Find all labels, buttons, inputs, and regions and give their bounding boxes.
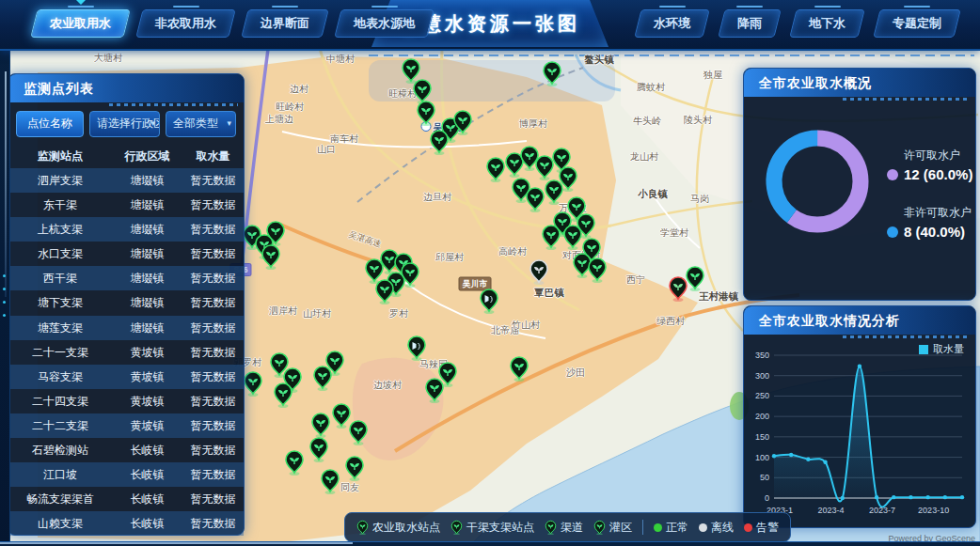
withdrawal-cell: 暂无数据 [182, 438, 244, 462]
legend-point-type[interactable]: 渠道 [545, 520, 583, 536]
status-dot [654, 523, 662, 532]
table-row[interactable]: 二十一支渠黄坡镇暂无数据 [8, 340, 244, 365]
withdrawal-cell: 暂无数据 [182, 389, 244, 413]
station-name-cell: 二十一支渠 [8, 340, 112, 365]
legend-point-type[interactable]: 农业取水站点 [356, 520, 440, 536]
point-name-button[interactable]: 点位名称 [16, 111, 84, 137]
map-place-label: 邱屋村 [435, 251, 464, 264]
tab-专题定制[interactable]: 专题定制 [877, 9, 957, 38]
svg-text:350: 350 [755, 351, 769, 360]
overview-panel-title: 全市农业取水概况 [744, 69, 975, 97]
region-select[interactable]: 请选择行政区域 ▾ [89, 111, 160, 137]
legend-dot [887, 169, 898, 180]
tab-非农取用水[interactable]: 非农取用水 [139, 9, 232, 38]
district-cell: 塘㙍镇 [112, 217, 182, 242]
legend-status: 离线 [699, 520, 734, 536]
map-pin-icon [356, 520, 369, 535]
map-place-label: 泗岸村 [269, 304, 297, 318]
tab-label: 地表水源地 [354, 16, 415, 30]
left-frame-decoration [0, 49, 10, 546]
chevron-down-icon: ▾ [150, 112, 155, 134]
line-chart: 0501001502002503003502023-12023-42023-72… [748, 338, 972, 523]
map-place-label: 竹山村 [512, 319, 540, 332]
map-place-label: 腾蚊村 [637, 81, 665, 94]
tab-水环境[interactable]: 水环境 [638, 9, 706, 38]
map-legend: 农业取水站点干渠支渠站点渠道灌区正常离线告警 [344, 512, 791, 542]
svg-text:2023-4: 2023-4 [818, 506, 845, 515]
station-name-cell: 二十四支渠 [8, 389, 112, 413]
station-name-cell: 塘下支渠 [8, 290, 112, 315]
legend-divider [642, 520, 643, 535]
district-cell: 塘㙍镇 [112, 316, 182, 340]
table-row[interactable]: 二十四支渠黄坡镇暂无数据 [8, 389, 244, 413]
tab-地表水源地[interactable]: 地表水源地 [338, 9, 431, 38]
map-place-label: 边坡村 [373, 379, 402, 392]
station-name-cell: 二十二支渠 [8, 413, 112, 438]
map-place-label: 上塘边 [265, 113, 293, 126]
svg-text:250: 250 [755, 391, 769, 400]
district-cell: 黄坡镇 [112, 340, 182, 365]
withdrawal-overview-panel: 全市农业取水概况 许可取水户12 (60.0%)非许可取水户8 (40.0%) [743, 68, 976, 301]
table-row[interactable]: 马容支渠黄坡镇暂无数据 [8, 365, 244, 389]
tab-label: 降雨 [737, 16, 762, 30]
table-row[interactable]: 塘莲支渠塘㙍镇暂无数据 [8, 316, 244, 340]
withdrawal-cell: 暂无数据 [182, 217, 244, 242]
map-place-label: 独屋 [703, 69, 722, 82]
analysis-panel-title: 全市农业取水情况分析 [744, 306, 975, 335]
table-row[interactable]: 石碧检测站长岐镇暂无数据 [8, 438, 244, 462]
map-place-label: 龙山村 [630, 150, 658, 164]
table-row[interactable]: 二十二支渠黄坡镇暂无数据 [8, 413, 244, 438]
table-row[interactable]: 塘下支渠塘㙍镇暂无数据 [8, 290, 244, 315]
map-place-label: 同友 [340, 481, 359, 494]
table-row[interactable]: 上杭支渠塘㙍镇暂无数据 [8, 217, 244, 242]
district-cell: 塘㙍镇 [112, 290, 182, 315]
donut-legend-value: 12 (60.0%) [904, 166, 972, 182]
legend-point-type[interactable]: 干渠支渠站点 [450, 520, 534, 536]
withdrawal-cell: 暂无数据 [182, 511, 244, 536]
donut-chart [753, 117, 881, 245]
map-pin-icon [545, 520, 557, 535]
map-place-label: 牛头岭 [633, 115, 661, 128]
active-tab-pointer-icon [76, 0, 86, 9]
legend-status-label: 离线 [711, 520, 734, 536]
map-marker-station [594, 521, 605, 535]
legend-dot [887, 226, 898, 238]
svg-text:200: 200 [755, 412, 769, 421]
legend-point-type[interactable]: 灌区 [593, 520, 632, 536]
district-cell: 黄坡镇 [112, 389, 182, 413]
district-cell: 塘㙍镇 [112, 266, 182, 290]
svg-text:50: 50 [760, 473, 769, 482]
legend-status: 告警 [744, 520, 779, 536]
legend-point-type-label: 渠道 [561, 520, 583, 536]
district-cell: 长岐镇 [112, 462, 182, 487]
tab-边界断面[interactable]: 边界断面 [245, 9, 325, 38]
legend-point-type-label: 农业取水站点 [372, 520, 440, 536]
map-pin-icon [450, 520, 463, 535]
table-row[interactable]: 西干渠塘㙍镇暂无数据 [8, 266, 244, 290]
donut-legend: 许可取水户12 (60.0%)非许可取水户8 (40.0%) [887, 148, 972, 262]
table-row[interactable]: 水口支渠塘㙍镇暂无数据 [8, 242, 244, 266]
withdrawal-cell: 暂无数据 [182, 193, 244, 217]
table-row[interactable]: 东干渠塘㙍镇暂无数据 [8, 193, 244, 217]
table-row[interactable]: 山赖支渠长岐镇暂无数据 [8, 511, 244, 536]
tab-降雨[interactable]: 降雨 [721, 9, 778, 38]
map-place-label: 旺岭村 [276, 101, 304, 114]
donut-legend-value-row: 12 (60.0%) [887, 166, 972, 182]
map-place-label: 边村 [290, 83, 308, 96]
type-select[interactable]: 全部类型 ▾ [166, 111, 236, 137]
table-row[interactable]: 畅流支渠渠首长岐镇暂无数据 [8, 487, 244, 511]
table-row[interactable]: 泗岸支渠塘㙍镇暂无数据 [8, 168, 244, 193]
tab-农业取用水[interactable]: 农业取用水 [34, 9, 127, 38]
map-place-label: 王村港镇 [699, 290, 738, 304]
district-cell: 黄坡镇 [112, 365, 182, 389]
table-row[interactable]: 江口坡长岐镇暂无数据 [8, 462, 244, 487]
col-header-station: 监测站点 [8, 144, 112, 168]
legend-status: 正常 [654, 520, 688, 536]
dashboard: S46 吴川市 大塘村中塘村鳌头镇独屋腾蚊村牛头岭陵头村龙山村小良镇马岗学堂村万… [0, 0, 980, 546]
svg-text:0: 0 [765, 493, 769, 503]
table-header-row: 监测站点 行政区域 取水量 [8, 144, 244, 168]
monitor-table-body: 泗岸支渠塘㙍镇暂无数据东干渠塘㙍镇暂无数据上杭支渠塘㙍镇暂无数据水口支渠塘㙍镇暂… [8, 168, 244, 536]
tab-地下水[interactable]: 地下水 [793, 9, 861, 38]
city-name-badge: 吴川市 [459, 277, 492, 291]
station-name-cell: 畅流支渠渠首 [8, 487, 112, 511]
